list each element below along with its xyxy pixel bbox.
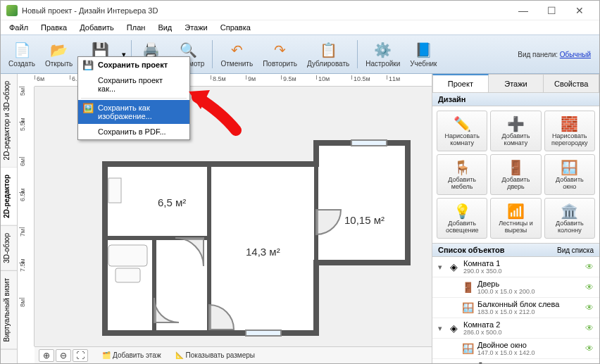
zoom-in-button[interactable]: ⊕ — [39, 349, 54, 362]
object-icon: 🪟 — [461, 301, 475, 315]
object-icon: 🚪 — [461, 280, 475, 294]
room1-area: 6,5 м² — [158, 196, 186, 208]
vertical-ruler: 5м 5.5м 6м 6.5м 7м 7.5м 8м — [18, 87, 35, 346]
dimensions-icon: 📐 — [175, 351, 184, 359]
tab-2d3d[interactable]: 2D-редактор и 3D-обзор — [1, 74, 17, 168]
open-button[interactable]: 📂Открыть — [40, 37, 77, 72]
help-button[interactable]: 📘Учебник — [405, 37, 442, 72]
menu-save-as-image[interactable]: 🖼️Сохранить как изображение... — [78, 100, 189, 124]
design-cell-1[interactable]: ➕Добавитькомнату — [490, 111, 541, 151]
save-icon: 💾 — [92, 42, 108, 58]
objects-header: Список объектов Вид списка — [432, 243, 599, 257]
zoom-fit-button[interactable]: ⛶ — [73, 349, 88, 362]
expand-icon[interactable]: ▾ — [438, 263, 446, 272]
object-icon: ◈ — [446, 260, 461, 274]
show-sizes-button[interactable]: 📐Показывать размеры — [175, 351, 255, 359]
design-cell-3[interactable]: 🪑Добавитьмебель — [437, 154, 487, 195]
menu-plan[interactable]: План — [121, 22, 151, 33]
design-icon: 📶 — [507, 202, 525, 220]
room2-area: 14,3 м² — [246, 246, 280, 258]
list-view-toggle[interactable]: Вид списка — [557, 246, 594, 254]
menu-save-pdf[interactable]: Сохранить в PDF... — [78, 124, 189, 139]
tab-floors[interactable]: Этажи — [489, 74, 544, 92]
menu-view[interactable]: Вид — [152, 22, 177, 33]
tab-3d-view[interactable]: 3D-обзор — [1, 226, 17, 271]
design-cell-5[interactable]: 🪟Добавитьокно — [544, 154, 595, 195]
menu-floors[interactable]: Этажи — [179, 22, 213, 33]
visibility-icon[interactable]: 👁 — [585, 303, 596, 313]
svg-rect-4 — [351, 140, 387, 146]
gear-icon: ⚙️ — [375, 42, 392, 58]
right-panel: Проект Этажи Свойства Дизайн ✏️Нарисоват… — [432, 74, 599, 363]
tab-virtual-visit[interactable]: Виртуальный визит — [1, 271, 17, 350]
view-mode-link[interactable]: Обычный — [560, 51, 591, 58]
design-icon: 🪟 — [561, 158, 578, 177]
design-cell-4[interactable]: 🚪Добавитьдверь — [490, 154, 541, 195]
design-cell-7[interactable]: 📶Лестницы ивырезы — [490, 198, 541, 239]
object-row-4[interactable]: 🪟Двойное окно147.0 x 15.0 x 142.0👁 — [432, 339, 599, 359]
open-folder-icon: 📂 — [51, 42, 68, 58]
menu-edit[interactable]: Правка — [35, 22, 73, 33]
create-button[interactable]: 📄Создать — [4, 37, 40, 72]
object-icon: ◈ — [446, 321, 461, 335]
redo-button[interactable]: ↷Повторить — [258, 37, 302, 72]
menu-add[interactable]: Добавить — [74, 22, 120, 33]
object-list: ▾◈Комната 1290.0 x 350.0👁🚪Дверь100.0 x 1… — [432, 257, 599, 363]
maximize-button[interactable]: ☐ — [537, 1, 565, 20]
menu-save-project[interactable]: 💾Сохранить проект — [78, 57, 189, 73]
undo-icon: ↶ — [228, 42, 245, 58]
object-row-3[interactable]: ▾◈Комната 2286.0 x 500.0👁 — [432, 318, 599, 339]
svg-rect-5 — [246, 330, 281, 336]
menu-file[interactable]: Файл — [4, 22, 34, 33]
duplicate-icon: 📋 — [320, 42, 337, 58]
object-row-0[interactable]: ▾◈Комната 1290.0 x 350.0👁 — [432, 257, 599, 277]
object-icon: 🪟 — [461, 341, 475, 356]
separator — [357, 40, 358, 68]
svg-rect-7 — [108, 245, 147, 266]
settings-button[interactable]: ⚙️Настройки — [361, 37, 405, 72]
zoom-out-button[interactable]: ⊖ — [56, 349, 71, 362]
close-button[interactable]: ✕ — [565, 1, 594, 20]
magnifier-icon: 🔍 — [180, 42, 197, 58]
room3-area: 10,15 м² — [344, 214, 385, 226]
menu-help[interactable]: Справка — [215, 22, 256, 33]
add-floor-button[interactable]: 🗂️Добавить этаж — [102, 351, 161, 359]
visibility-icon[interactable]: 👁 — [585, 323, 596, 333]
tab-properties[interactable]: Свойства — [544, 74, 599, 92]
design-grid: ✏️Нарисоватькомнату➕Добавитькомнату🧱Нари… — [432, 106, 599, 243]
object-row-1[interactable]: 🚪Дверь100.0 x 15.0 x 200.0👁 — [432, 277, 599, 298]
svg-rect-8 — [115, 268, 140, 282]
visibility-icon[interactable]: 👁 — [585, 282, 596, 292]
design-cell-0[interactable]: ✏️Нарисоватькомнату — [437, 111, 487, 151]
svg-rect-6 — [108, 178, 121, 203]
menu-save-project-as[interactable]: Сохранить проект как... — [78, 73, 189, 96]
view-mode: Вид панели: Обычный — [518, 51, 591, 58]
right-tabs: Проект Этажи Свойства — [432, 74, 599, 92]
bottom-toolbar: ⊕ ⊖ ⛶ 🗂️Добавить этаж 📐Показывать размер… — [35, 346, 432, 363]
window-title: Новый проект - Дизайн Интерьера 3D — [22, 6, 509, 15]
design-icon: 🪑 — [454, 158, 471, 177]
visibility-icon[interactable]: 👁 — [585, 344, 596, 353]
design-cell-2[interactable]: 🧱Нарисоватьперегородку — [544, 111, 595, 151]
book-icon: 📘 — [415, 42, 432, 58]
separator — [212, 40, 213, 68]
expand-icon[interactable]: ▾ — [438, 324, 446, 333]
object-icon: 🚪 — [461, 362, 475, 363]
tab-project[interactable]: Проект — [432, 74, 489, 92]
design-icon: ➕ — [507, 115, 525, 133]
object-row-5[interactable]: 🚪Дверь100.0 x 15.0 x 200.0👁 — [432, 359, 599, 363]
design-icon: 🧱 — [561, 115, 578, 133]
undo-button[interactable]: ↶Отменить — [215, 37, 258, 72]
duplicate-button[interactable]: 📋Дублировать — [302, 37, 354, 72]
design-cell-8[interactable]: 🏛️Добавитьколонну — [544, 198, 595, 239]
object-row-2[interactable]: 🪟Балконный блок слева183.0 x 15.0 x 212.… — [432, 298, 599, 318]
visibility-icon[interactable]: 👁 — [585, 262, 596, 272]
image-icon: 🖼️ — [82, 103, 94, 113]
design-icon: ✏️ — [454, 115, 471, 133]
design-icon: 🚪 — [507, 158, 525, 177]
redo-icon: ↷ — [272, 42, 289, 58]
minimize-button[interactable]: — — [509, 1, 537, 20]
tab-2d-editor[interactable]: 2D-редактор — [1, 168, 17, 226]
design-cell-6[interactable]: 💡Добавитьосвещение — [437, 198, 487, 239]
design-header: Дизайн — [432, 92, 599, 106]
